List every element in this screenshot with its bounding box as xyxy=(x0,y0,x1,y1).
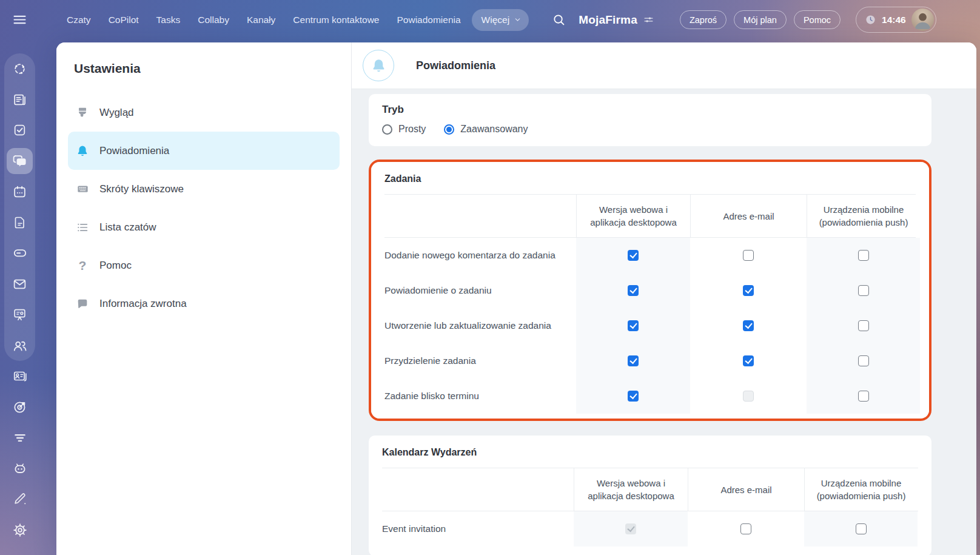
sidebar-item-gear[interactable] xyxy=(4,514,35,545)
sidebar-item-mail[interactable] xyxy=(4,269,35,300)
sidebar-item-people[interactable] xyxy=(4,330,35,361)
cell-web xyxy=(574,511,688,547)
zapros-button[interactable]: Zaproś xyxy=(680,10,727,29)
checkbox-mobile-unchecked[interactable] xyxy=(856,523,867,534)
sidebar-item-document[interactable] xyxy=(4,207,35,238)
nav-item-collaby[interactable]: Collaby xyxy=(198,15,229,25)
pomoc-button[interactable]: Pomoc xyxy=(794,10,841,29)
cell-email xyxy=(690,378,807,414)
checkbox-email-unchecked[interactable] xyxy=(743,250,754,261)
checkbox-mobile-unchecked[interactable] xyxy=(858,355,869,366)
sidebar-item-tasks[interactable] xyxy=(4,115,35,146)
sidebar-icon-group xyxy=(4,53,35,361)
nav-item-copilot[interactable]: CoPilot xyxy=(109,15,139,25)
hamburger-icon xyxy=(12,12,28,28)
nav-item-powiadomienia[interactable]: Powiadomienia xyxy=(397,15,460,25)
settings-item-wyglad[interactable]: Wygląd xyxy=(68,93,340,132)
section-card: Kalendarz WydarzeńWersja webowa i aplika… xyxy=(369,436,931,555)
checkbox-web-checked[interactable] xyxy=(628,250,639,261)
main-panel: Powiadomienia Tryb ProstyZaawansowany Za… xyxy=(352,42,976,555)
sidebar-item-iconbox xyxy=(7,87,33,113)
mode-options: ProstyZaawansowany xyxy=(382,124,918,136)
sidebar-item-iconbox xyxy=(7,301,33,328)
sidebar-item-calendar[interactable] xyxy=(4,177,35,207)
checkbox-mobile-unchecked[interactable] xyxy=(858,250,869,261)
column-header-email: Adres e-mail xyxy=(688,468,804,511)
checkbox-email-unchecked-disabled xyxy=(743,391,754,402)
checkbox-web-checked[interactable] xyxy=(628,285,639,296)
section-title: Zadania xyxy=(384,173,916,184)
copilot-icon xyxy=(12,61,27,76)
moj-plan-button[interactable]: Mój plan xyxy=(734,10,787,29)
settings-item-skroty-klawiszowe[interactable]: Skróty klawiszowe xyxy=(68,170,340,208)
checkbox-mobile-unchecked[interactable] xyxy=(858,285,869,296)
section-card: ZadaniaWersja webowa i aplikacja desktop… xyxy=(371,162,929,419)
sidebar-item-drive[interactable] xyxy=(4,238,35,269)
search-button[interactable] xyxy=(552,13,566,27)
settings-item-powiadomienia[interactable]: Powiadomienia xyxy=(68,132,340,170)
mode-option-prosty[interactable]: Prosty xyxy=(382,124,426,135)
clock-icon xyxy=(865,14,876,25)
sidebar-item-copilot[interactable] xyxy=(4,53,35,84)
sidebar-item-robot[interactable] xyxy=(4,453,35,484)
checkbox-web-checked[interactable] xyxy=(628,355,639,366)
table-row-dodanie-nowego-komentarza-do-zadania: Dodanie nowego komentarza do zadania xyxy=(384,238,916,273)
topbar: CzatyCoPilotTasksCollabyKanałyCentrum ko… xyxy=(0,0,980,39)
settings-item-label: Wygląd xyxy=(99,107,134,119)
main-content: Tryb ProstyZaawansowany ZadaniaWersja we… xyxy=(352,89,976,555)
sidebar-item-target[interactable] xyxy=(4,392,35,423)
brand[interactable]: MojaFirma xyxy=(579,13,654,27)
table-row-przydzielenie-zadania: Przydzielenie zadania xyxy=(384,343,916,378)
sidebar-item-board[interactable] xyxy=(4,300,35,331)
cell-email xyxy=(690,238,807,273)
checkbox-mobile-unchecked[interactable] xyxy=(858,320,869,331)
settings-title: Ustawienia xyxy=(74,61,351,76)
nav-item-tasks[interactable]: Tasks xyxy=(156,15,181,25)
checkbox-email-checked[interactable] xyxy=(743,355,754,366)
section-title: Kalendarz Wydarzeń xyxy=(382,447,918,458)
sidebar-item-funnel[interactable] xyxy=(4,422,35,453)
sidebar-item-messenger[interactable] xyxy=(4,146,35,177)
left-sidebar xyxy=(0,39,39,555)
radio-label: Zaawansowany xyxy=(460,124,528,135)
row-label: Event invitation xyxy=(382,511,574,547)
checkbox-web-checked[interactable] xyxy=(628,391,639,402)
mode-option-zaawansowany[interactable]: Zaawansowany xyxy=(444,124,528,135)
document-icon xyxy=(13,215,27,230)
paintbrush-icon xyxy=(75,106,90,119)
checkbox-email-checked[interactable] xyxy=(743,320,754,331)
time-widget[interactable]: 14:46 xyxy=(856,7,936,33)
row-label: Zadanie blisko terminu xyxy=(384,378,576,414)
checkbox-mobile-unchecked[interactable] xyxy=(858,391,869,402)
sidebar-item-iconbox xyxy=(7,517,33,543)
radio-unselected[interactable] xyxy=(382,124,392,135)
column-header-email: Adres e-mail xyxy=(690,195,807,237)
table-body: Event invitation xyxy=(382,511,918,547)
nav-item-kanaly[interactable]: Kanały xyxy=(247,15,275,25)
cell-mobile xyxy=(807,378,920,414)
sidebar-item-contact-card[interactable] xyxy=(4,361,35,392)
settings-item-label: Skróty klawiszowe xyxy=(99,183,184,195)
more-button[interactable]: Więcej xyxy=(472,9,529,31)
board-icon xyxy=(12,307,27,322)
menu-button[interactable] xyxy=(0,12,39,28)
settings-item-lista-czatow[interactable]: Lista czatów xyxy=(68,208,340,246)
nav-item-czaty[interactable]: Czaty xyxy=(67,15,91,25)
checkbox-email-unchecked[interactable] xyxy=(740,523,751,534)
user-avatar[interactable] xyxy=(911,8,934,31)
calendar-icon xyxy=(12,184,27,200)
settings-menu: WyglądPowiadomieniaSkróty klawiszoweList… xyxy=(56,93,351,323)
sidebar-item-pencil[interactable] xyxy=(4,484,35,515)
mode-card: Tryb ProstyZaawansowany xyxy=(369,94,931,146)
sidebar-item-iconbox xyxy=(7,56,33,82)
chevron-down-icon xyxy=(514,16,522,24)
settings-item-pomoc[interactable]: ?Pomoc xyxy=(68,246,340,284)
question-icon: ? xyxy=(75,259,90,272)
nav-item-centrum-kontaktowe[interactable]: Centrum kontaktowe xyxy=(293,15,379,25)
radio-selected[interactable] xyxy=(444,124,454,135)
sidebar-item-feed[interactable] xyxy=(4,84,35,115)
checkbox-email-checked[interactable] xyxy=(743,285,754,296)
checkbox-web-checked[interactable] xyxy=(628,320,639,331)
settings-item-informacja-zwrotna[interactable]: Informacja zwrotna xyxy=(68,284,340,323)
list-icon xyxy=(75,221,90,234)
